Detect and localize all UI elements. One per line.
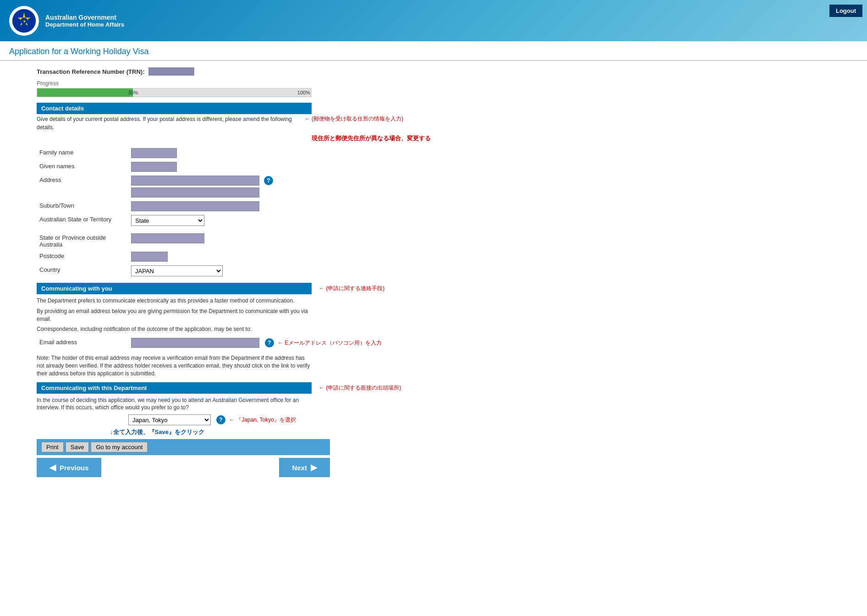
email-label: Email address (37, 336, 128, 350)
family-name-label: Family name (37, 146, 128, 160)
email-input[interactable] (131, 338, 259, 348)
contact-header: Contact details (37, 103, 312, 114)
print-button[interactable]: Print (41, 442, 64, 452)
communicating-header: Communicating with you (37, 283, 312, 294)
address-row: Address ? (37, 174, 403, 199)
state-outside-label: State or Province outside Australia (37, 231, 128, 250)
previous-button[interactable]: ◀ Previous (37, 458, 101, 477)
address-help-icon[interactable]: ? (264, 176, 273, 185)
country-select[interactable]: JAPAN Australia Other (131, 265, 223, 276)
office-help-icon[interactable]: ? (216, 415, 225, 424)
header: ★ Australian Government Department of Ho… (0, 0, 867, 41)
postcode-input[interactable] (131, 252, 168, 262)
nav-bar: ◀ Previous Next ▶ (37, 457, 330, 478)
previous-label: Previous (60, 464, 88, 472)
address-line2-input[interactable] (131, 187, 259, 198)
contact-section: Contact details Give details of your cur… (37, 103, 403, 278)
email-row: Email address ? ← Eメールアドレス（パソコン用）を入力 (37, 336, 403, 350)
email-form-table: Email address ? ← Eメールアドレス（パソコン用）を入力 (37, 336, 403, 350)
communicating-dept-section: Communicating with this Department ← (申請… (37, 382, 403, 426)
contact-annotation1: ← (郵便物を受け取る住所の情報を入力) (305, 115, 403, 123)
progress-bar-outer: 35% 100% (37, 88, 312, 97)
comm-dept-header-row: Communicating with this Department ← (申請… (37, 382, 403, 394)
next-arrow-icon: ▶ (311, 462, 317, 473)
dept-name: Department of Home Affairs (45, 21, 124, 28)
comm-dept-header: Communicating with this Department (37, 382, 312, 394)
comm-dept-desc: In the course of deciding this applicati… (37, 396, 312, 412)
suburb-label: Suburb/Town (37, 199, 128, 213)
country-label: Country (37, 264, 128, 278)
email-input-row: ? ← Eメールアドレス（パソコン用）を入力 (131, 338, 401, 348)
aus-state-row: Australian State or Territory State ACT … (37, 213, 403, 228)
aus-state-label: Australian State or Territory (37, 213, 128, 228)
address-label: Address (37, 174, 128, 199)
given-names-row: Given names (37, 160, 403, 174)
family-name-input[interactable] (131, 148, 177, 158)
or-label (37, 228, 128, 231)
contact-description: Give details of your current postal addr… (37, 115, 297, 132)
state-outside-row: State or Province outside Australia (37, 231, 403, 250)
prev-arrow-icon: ◀ (49, 462, 56, 473)
family-name-row: Family name (37, 146, 403, 160)
office-select[interactable]: Japan, Tokyo Japan, Osaka Sydney Melbour… (128, 414, 211, 425)
aus-state-select[interactable]: State ACT NSW NT QLD SA TAS VIC WA (131, 215, 204, 226)
logout-button[interactable]: Logout (829, 5, 862, 17)
country-row: Country JAPAN Australia Other (37, 264, 403, 278)
given-names-input-cell (128, 160, 403, 174)
header-logo: ★ Australian Government Department of Ho… (9, 6, 124, 36)
save-button[interactable]: Save (66, 442, 89, 452)
given-names-input[interactable] (131, 162, 177, 172)
contact-annotation2: 現住所と郵便先住所が異なる場合、変更する (312, 134, 403, 143)
next-label: Next (292, 464, 307, 472)
state-outside-input-cell (128, 231, 403, 250)
progress-percent: 35% (128, 90, 138, 95)
or-row (37, 228, 403, 231)
contact-form-table: Family name Given names Address ? (37, 146, 403, 278)
email-input-cell: ? ← Eメールアドレス（パソコン用）を入力 (128, 336, 403, 350)
communicating-header-row: Communicating with you ← (申請に関する連絡手段) (37, 283, 403, 294)
comm-desc1: The Department prefers to communicate el… (37, 297, 312, 305)
address-line1-input[interactable] (131, 176, 259, 186)
trn-row: Transaction Reference Number (TRN): (37, 67, 403, 76)
postcode-label: Postcode (37, 250, 128, 264)
comm-note: Note: The holder of this email address m… (37, 354, 312, 377)
save-instruction: ↓全て入力後、『Save』をクリック (110, 428, 403, 436)
given-names-label: Given names (37, 160, 128, 174)
progress-bar-inner (37, 88, 133, 97)
progress-max: 100% (297, 90, 310, 95)
progress-section: Progress 35% 100% (37, 80, 403, 97)
svg-text:★: ★ (23, 19, 26, 23)
comm-dept-annotation: ← (申請に関する面接の出頭場所) (319, 384, 401, 392)
trn-label: Transaction Reference Number (TRN): (37, 68, 145, 75)
contact-desc-row: Give details of your current postal addr… (37, 115, 403, 132)
next-button[interactable]: Next ▶ (279, 458, 330, 477)
email-annotation: ← Eメールアドレス（パソコン用）を入力 (278, 339, 382, 347)
main-content: Transaction Reference Number (TRN): Prog… (0, 61, 412, 483)
comm-desc2: By providing an email address below you … (37, 308, 312, 323)
suburb-input-cell (128, 199, 403, 213)
gov-name: Australian Government (45, 14, 124, 21)
aus-state-select-cell: State ACT NSW NT QLD SA TAS VIC WA (128, 213, 403, 228)
country-select-cell: JAPAN Australia Other (128, 264, 403, 278)
email-help-icon[interactable]: ? (265, 338, 274, 347)
suburb-row: Suburb/Town (37, 199, 403, 213)
go-to-account-button[interactable]: Go to my account (91, 442, 148, 452)
comm-desc3: Correspondence, including notification o… (37, 325, 312, 333)
header-text: Australian Government Department of Home… (45, 14, 124, 28)
family-name-input-cell (128, 146, 403, 160)
gov-logo: ★ (9, 6, 39, 36)
progress-label: Progress (37, 80, 403, 87)
communicating-section: Communicating with you ← (申請に関する連絡手段) Th… (37, 283, 403, 378)
communicating-annotation: ← (申請に関する連絡手段) (319, 285, 384, 292)
address-input-cell: ? (128, 174, 403, 199)
postcode-row: Postcode (37, 250, 403, 264)
bottom-bar: Print Save Go to my account (37, 439, 330, 455)
office-row: Japan, Tokyo Japan, Osaka Sydney Melbour… (128, 414, 403, 425)
or-empty (128, 228, 403, 231)
trn-value (148, 67, 194, 76)
page-title: Application for a Working Holiday Visa (9, 47, 858, 56)
postcode-input-cell (128, 250, 403, 264)
state-outside-input[interactable] (131, 233, 204, 243)
page-title-bar: Application for a Working Holiday Visa (0, 41, 867, 61)
suburb-input[interactable] (131, 201, 259, 211)
